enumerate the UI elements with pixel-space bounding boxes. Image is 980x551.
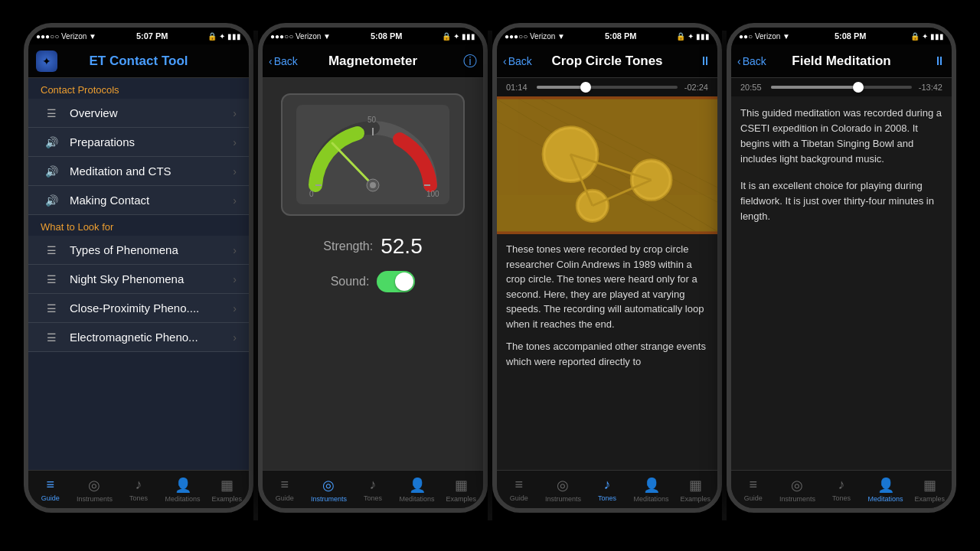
nav-title-1: ET Contact Tool [89, 54, 188, 69]
info-button-2[interactable]: ⓘ [463, 52, 477, 70]
tones-tab-label-4: Tones [832, 494, 851, 502]
tab-tones-4[interactable]: ♪ Tones [819, 477, 864, 502]
instruments-tab-label-2: Instruments [311, 495, 347, 503]
tab-meditations-3[interactable]: 👤 Meditations [629, 477, 674, 503]
strength-row: Strength: 52.5 [323, 234, 422, 259]
menu-types[interactable]: ☰ Types of Phenomena › [28, 236, 249, 265]
examples-tab-icon-2: ▦ [455, 477, 468, 494]
menu-preparations[interactable]: 🔊 Preparations › [28, 128, 249, 157]
svg-text:50: 50 [368, 116, 377, 124]
night-sky-icon: ☰ [41, 273, 62, 285]
electromagnetic-label: Electromagnetic Pheno... [70, 331, 233, 344]
status-bar-3: ●●●○○ Verizon ▼ 5:08 PM 🔒 ✦ ▮▮▮ [497, 28, 717, 44]
tab-examples-4[interactable]: ▦ Examples [907, 477, 952, 503]
tab-instruments-2[interactable]: ◎ Instruments [307, 477, 351, 503]
electromagnetic-icon: ☰ [41, 331, 62, 344]
progress-thumb-3 [580, 82, 591, 93]
instruments-tab-icon-3: ◎ [557, 477, 569, 494]
tab-examples-1[interactable]: ▦ Examples [204, 477, 249, 503]
tab-meditations-2[interactable]: 👤 Meditations [395, 477, 439, 503]
carrier-4: ●●○ Verizon ▼ [739, 32, 790, 41]
tones-tab-label-2: Tones [364, 494, 382, 502]
tab-examples-3[interactable]: ▦ Examples [673, 477, 717, 503]
status-bar-4: ●●○ Verizon ▼ 5:08 PM 🔒 ✦ ▮▮▮ [731, 28, 952, 44]
instruments-tab-label: Instruments [77, 495, 113, 503]
tab-meditations-4[interactable]: 👤 Meditations [864, 477, 908, 503]
screen3-content: 01:14 -02:24 [497, 78, 717, 470]
tab-instruments-4[interactable]: ◎ Instruments [776, 477, 820, 503]
electromagnetic-chevron: › [233, 331, 237, 344]
time-3: 5:08 PM [605, 31, 637, 41]
tab-instruments-1[interactable]: ◎ Instruments [73, 477, 117, 503]
meditations-tab-label-2: Meditations [400, 495, 435, 503]
types-chevron: › [233, 244, 237, 256]
menu-night-sky[interactable]: ☰ Night Sky Phenomena › [28, 265, 249, 294]
time-remaining-3: -02:24 [684, 83, 708, 92]
battery-1: 🔒 ✦ ▮▮▮ [207, 32, 241, 41]
strength-label: Strength: [323, 240, 373, 253]
field-meditation-screen: ●●○ Verizon ▼ 5:08 PM 🔒 ✦ ▮▮▮ ‹ Back Fie… [727, 23, 956, 513]
menu-overview[interactable]: ☰ Overview › [28, 99, 249, 128]
progress-fill-4 [771, 86, 858, 89]
tab-examples-2[interactable]: ▦ Examples [439, 477, 483, 503]
back-label-3: Back [508, 55, 532, 67]
svg-point-5 [370, 182, 376, 188]
pause-button-4[interactable]: ⏸ [933, 54, 946, 68]
tab-guide-3[interactable]: ≡ Guide [497, 477, 541, 502]
phone-2: ●●●○○ Verizon ▼ 5:08 PM 🔒 ✦ ▮▮▮ ‹ Back M… [258, 23, 488, 528]
tab-guide-4[interactable]: ≡ Guide [731, 477, 776, 502]
svg-point-15 [545, 129, 595, 179]
types-label: Types of Phenomena [70, 243, 233, 256]
tab-instruments-3[interactable]: ◎ Instruments [541, 477, 586, 503]
status-bar-2: ●●●○○ Verizon ▼ 5:08 PM 🔒 ✦ ▮▮▮ [263, 28, 483, 44]
instruments-tab-icon-2: ◎ [322, 477, 335, 494]
strength-value: 52.5 [381, 234, 423, 259]
screen4-content: 20:55 -13:42 This guided meditation was … [731, 78, 952, 470]
gauge-inner: 0 50 100 [296, 105, 449, 204]
tab-tones-1[interactable]: ♪ Tones [116, 477, 161, 502]
toggle-knob [395, 272, 413, 291]
time-remaining-4: -13:42 [918, 83, 942, 92]
tab-guide-1[interactable]: ≡ Guide [28, 477, 73, 502]
back-button-4[interactable]: ‹ Back [737, 55, 766, 67]
back-button-2[interactable]: ‹ Back [269, 55, 298, 67]
overview-label: Overview [70, 106, 233, 119]
screen2-content: 0 50 100 Strength: 52.5 Sound: [263, 78, 483, 470]
tab-tones-2[interactable]: ♪ Tones [351, 477, 395, 502]
menu-meditation[interactable]: 🔊 Meditation and CTS › [28, 157, 249, 186]
back-button-3[interactable]: ‹ Back [503, 55, 532, 67]
crop-description-2: The tones accompanied other strange even… [506, 339, 708, 369]
nav-bar-2: ‹ Back Magnetometer ⓘ [263, 44, 483, 78]
menu-making-contact[interactable]: 🔊 Making Contact › [28, 186, 249, 215]
gauge-svg: 0 50 100 [300, 109, 446, 201]
progress-track-4[interactable] [771, 86, 912, 89]
tab-bar-2: ≡ Guide ◎ Instruments ♪ Tones 👤 Meditati… [263, 470, 483, 508]
time-1: 5:07 PM [136, 31, 168, 41]
tones-tab-icon: ♪ [135, 477, 142, 493]
preparations-label: Preparations [70, 135, 233, 148]
sound-toggle[interactable] [377, 271, 415, 292]
meditations-tab-icon: 👤 [175, 477, 191, 494]
crop-description: These tones were recorded by crop circle… [497, 234, 717, 470]
tones-tab-icon-3: ♪ [603, 477, 610, 493]
tab-meditations-1[interactable]: 👤 Meditations [161, 477, 205, 503]
progress-track-3[interactable] [537, 86, 678, 89]
instruments-tab-label-4: Instruments [779, 495, 815, 503]
menu-close-proximity[interactable]: ☰ Close-Proximity Pheno.... › [28, 294, 249, 323]
examples-tab-icon-3: ▦ [689, 477, 702, 494]
making-contact-label: Making Contact [70, 194, 233, 207]
tab-bar-3: ≡ Guide ◎ Instruments ♪ Tones 👤 Meditati… [497, 470, 717, 508]
making-contact-chevron: › [233, 194, 237, 207]
making-contact-icon: 🔊 [41, 194, 62, 207]
meditations-tab-label-3: Meditations [634, 495, 669, 503]
tab-guide-2[interactable]: ≡ Guide [263, 477, 307, 502]
time-2: 5:08 PM [371, 31, 403, 41]
phone-3: ●●●○○ Verizon ▼ 5:08 PM 🔒 ✦ ▮▮▮ ‹ Back C… [492, 23, 722, 528]
instruments-tab-label-3: Instruments [545, 495, 581, 503]
guide-tab-label: Guide [41, 494, 60, 502]
tab-tones-3[interactable]: ♪ Tones [585, 477, 629, 502]
pause-button-3[interactable]: ⏸ [699, 54, 711, 68]
app-icon: ✦ [36, 51, 57, 72]
meditations-tab-label-4: Meditations [868, 495, 903, 503]
menu-electromagnetic[interactable]: ☰ Electromagnetic Pheno... › [28, 323, 249, 352]
